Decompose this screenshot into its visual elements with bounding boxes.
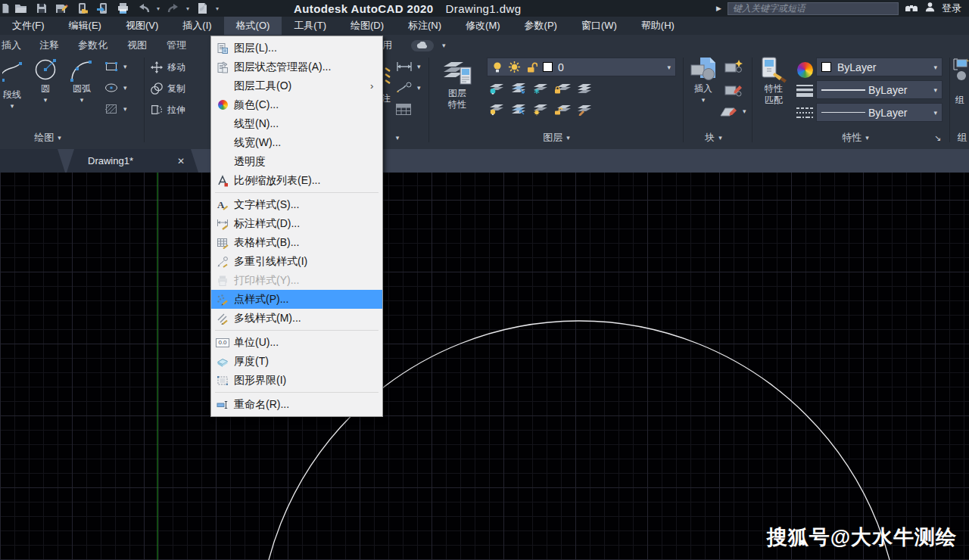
ribbon-tab-manage[interactable]: 管理 xyxy=(167,35,186,56)
layer-thaw-all-icon[interactable] xyxy=(532,103,549,116)
dimension-tool[interactable]: ▾ xyxy=(395,61,421,73)
chevron-down-icon[interactable]: ▾ xyxy=(11,101,14,112)
chevron-down-icon[interactable]: ▾ xyxy=(743,107,746,115)
save-icon[interactable] xyxy=(31,1,51,16)
menu-window[interactable]: 窗口(W) xyxy=(569,17,629,35)
save-to-mobile-icon[interactable] xyxy=(92,1,113,16)
object-color-combo[interactable]: ByLayer ▾ xyxy=(816,58,943,76)
layer-combo-caret-icon[interactable]: ▾ xyxy=(667,64,671,71)
sign-in-button[interactable]: 登录 xyxy=(942,2,961,15)
copy-tool[interactable]: 复制 xyxy=(150,82,185,95)
collapse-search-icon[interactable]: ▶ xyxy=(716,5,721,12)
menu-item-units[interactable]: 0.0 单位(U)... xyxy=(211,333,382,352)
layer-color-swatch[interactable] xyxy=(543,62,553,72)
chevron-down-icon[interactable]: ▾ xyxy=(417,84,421,92)
undo-icon[interactable] xyxy=(133,1,154,16)
open-from-mobile-icon[interactable] xyxy=(72,1,92,16)
menu-item-scale-list[interactable]: 比例缩放列表(E)... xyxy=(211,171,382,190)
circle-tool[interactable]: 圆 ▾ xyxy=(29,58,62,106)
color-combo-caret-icon[interactable]: ▾ xyxy=(933,64,937,71)
ribbon-tab-view[interactable]: 视图 xyxy=(127,35,147,56)
leader-tool[interactable]: ▾ xyxy=(395,82,421,94)
menu-item-point-style[interactable]: 点样式(P)... xyxy=(211,290,382,309)
redo-dropdown-icon[interactable]: ▾ xyxy=(183,5,192,12)
layer-unlock-all-icon[interactable] xyxy=(554,103,571,116)
ribbon-tab-parametric[interactable]: 参数化 xyxy=(78,35,107,56)
lineweight-icon[interactable] xyxy=(796,83,814,101)
menu-item-table-style[interactable]: 表格样式(B)... xyxy=(211,233,382,252)
menu-help[interactable]: 帮助(H) xyxy=(629,17,687,35)
menu-item-lineweight[interactable]: 线宽(W)... xyxy=(211,133,382,152)
menu-modify[interactable]: 修改(M) xyxy=(453,17,513,35)
chevron-down-icon[interactable]: ▾ xyxy=(80,95,84,106)
ellipse-tool[interactable]: ▾ xyxy=(104,82,127,94)
batch-plot-icon[interactable] xyxy=(192,1,213,16)
layer-thaw-sun-icon[interactable] xyxy=(508,61,521,73)
signin-person-icon[interactable] xyxy=(924,2,936,16)
chevron-down-icon[interactable]: ▾ xyxy=(44,95,48,106)
layer-unlock-icon[interactable] xyxy=(526,61,537,73)
layer-change-icon[interactable] xyxy=(576,103,593,116)
layer-on-bulb-icon[interactable] xyxy=(492,61,503,73)
menu-item-thickness[interactable]: 厚度(T) xyxy=(211,352,382,371)
match-properties-button[interactable]: 特性 匹配 xyxy=(754,56,793,106)
layer-on-all-icon[interactable] xyxy=(488,103,505,116)
polyline-tool[interactable]: 段线 ▾ xyxy=(0,59,24,112)
layer-unisolate-icon[interactable] xyxy=(510,103,527,116)
new-file-icon[interactable] xyxy=(0,1,11,16)
drawing-tab[interactable]: Drawing1* ✕ xyxy=(67,149,198,173)
linetype-icon[interactable] xyxy=(796,106,814,123)
plot-icon[interactable] xyxy=(113,1,133,16)
chevron-down-icon[interactable]: ▾ xyxy=(417,63,421,70)
menu-insert[interactable]: 插入(I) xyxy=(170,17,223,35)
hatch-tool[interactable]: ▾ xyxy=(104,103,127,115)
menu-item-multiline-style[interactable]: 多线样式(M)... xyxy=(211,309,382,328)
menu-item-color[interactable]: 颜色(C)... xyxy=(211,95,382,114)
ribbon-tab-annotate[interactable]: 注释 xyxy=(39,35,59,56)
edit-attributes-tool[interactable]: ▾ xyxy=(719,104,746,118)
menu-item-multileader-style[interactable]: 多重引线样式(I) xyxy=(211,252,382,271)
layer-off-icon[interactable] xyxy=(488,82,505,95)
menu-item-dimension-style[interactable]: 标注样式(D)... xyxy=(211,214,382,233)
chevron-down-icon[interactable]: ▾ xyxy=(123,63,127,70)
menu-draw[interactable]: 绘图(D) xyxy=(338,17,396,35)
menu-format[interactable]: 格式(O) xyxy=(224,17,282,35)
layer-freeze-icon[interactable] xyxy=(532,82,549,95)
lineweight-combo-caret-icon[interactable]: ▾ xyxy=(933,86,937,94)
menu-file[interactable]: 文件(F) xyxy=(0,17,57,35)
ribbon-tab-fragment[interactable]: 用 xyxy=(382,35,392,56)
cloud-dropdown-icon[interactable]: ▾ xyxy=(442,35,446,56)
menu-item-drawing-limits[interactable]: 图形界限(I) xyxy=(211,371,382,390)
arc-tool[interactable]: 圆弧 ▾ xyxy=(65,58,98,106)
menu-item-transparency[interactable]: 透明度 xyxy=(211,152,382,171)
drawing-canvas[interactable]: 搜狐号@大水牛测绘 xyxy=(0,173,969,560)
block-panel-label[interactable]: 块 ▾ xyxy=(685,132,742,144)
close-tab-icon[interactable]: ✕ xyxy=(177,156,185,166)
menu-view[interactable]: 视图(V) xyxy=(114,17,170,35)
color-wheel-icon[interactable] xyxy=(797,62,813,78)
chevron-down-icon[interactable]: ▾ xyxy=(123,105,127,113)
layer-properties-button[interactable]: 图层 特性 xyxy=(436,58,478,110)
layer-select-combo[interactable]: 0 ▾ xyxy=(487,58,676,76)
menu-item-text-style[interactable]: A 文字样式(S)... xyxy=(211,195,382,214)
save-as-icon[interactable] xyxy=(51,1,72,16)
menu-item-layer[interactable]: 图层(L)... xyxy=(211,39,382,58)
insert-block-button[interactable]: 插入 ▾ xyxy=(686,56,721,106)
start-tab-fragment[interactable] xyxy=(0,149,65,173)
redo-icon[interactable] xyxy=(163,1,183,16)
menu-parametric[interactable]: 参数(P) xyxy=(513,17,569,35)
create-block-tool[interactable] xyxy=(724,59,743,77)
customize-qat-icon[interactable]: ▾ xyxy=(213,5,222,12)
menu-dimension[interactable]: 标注(N) xyxy=(396,17,453,35)
edit-block-tool[interactable] xyxy=(724,82,743,100)
properties-dialog-launcher-icon[interactable]: ↘ xyxy=(934,133,941,143)
undo-dropdown-icon[interactable]: ▾ xyxy=(154,5,163,12)
rectangle-tool[interactable]: ▾ xyxy=(104,61,127,73)
linetype-combo[interactable]: ByLayer ▾ xyxy=(816,103,943,122)
menu-edit[interactable]: 编辑(E) xyxy=(57,17,114,35)
table-tool[interactable] xyxy=(395,103,412,116)
menu-item-layer-tools[interactable]: 图层工具(O) › xyxy=(211,76,382,95)
linetype-combo-caret-icon[interactable]: ▾ xyxy=(933,109,937,117)
layer-lock-icon[interactable] xyxy=(554,82,571,95)
search-binoculars-icon[interactable] xyxy=(905,2,918,16)
